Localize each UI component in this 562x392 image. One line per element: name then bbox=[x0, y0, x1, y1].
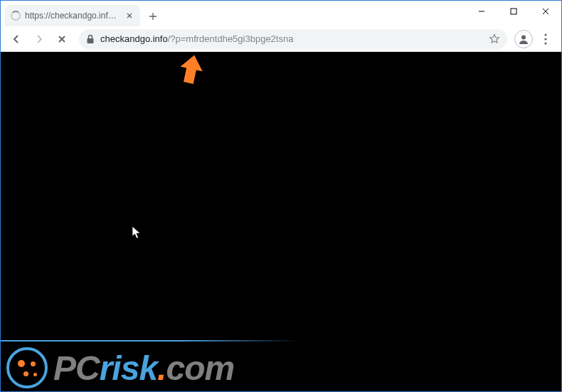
watermark-separator bbox=[1, 340, 299, 341]
svg-rect-1 bbox=[88, 38, 94, 43]
lock-icon bbox=[86, 34, 95, 44]
mouse-cursor-icon bbox=[132, 226, 142, 243]
close-tab-button[interactable] bbox=[124, 11, 134, 21]
watermark-text: PCrisk.com bbox=[53, 349, 234, 388]
watermark: PCrisk.com bbox=[6, 347, 234, 388]
close-window-button[interactable] bbox=[529, 1, 561, 22]
new-tab-button[interactable] bbox=[143, 6, 163, 26]
tab-title: https://checkandgo.info/?p=mfr bbox=[25, 11, 120, 21]
title-bar: https://checkandgo.info/?p=mfr bbox=[1, 1, 561, 26]
profile-avatar-icon[interactable] bbox=[514, 30, 533, 48]
url-path: /?p=mfrdentdhe5gi3bpge2tsna bbox=[168, 33, 294, 44]
minimize-button[interactable] bbox=[465, 1, 497, 22]
watermark-pc: PC bbox=[53, 349, 100, 388]
browser-tab[interactable]: https://checkandgo.info/?p=mfr bbox=[5, 5, 140, 26]
svg-point-5 bbox=[544, 42, 546, 44]
forward-button[interactable] bbox=[29, 29, 49, 49]
back-button[interactable] bbox=[6, 29, 26, 49]
loading-spinner-icon bbox=[11, 11, 21, 21]
watermark-dot: . bbox=[157, 349, 166, 388]
url-host: checkandgo.info bbox=[100, 33, 168, 44]
svg-rect-0 bbox=[511, 9, 516, 14]
svg-point-3 bbox=[544, 33, 546, 36]
svg-point-2 bbox=[521, 35, 526, 39]
tab-strip: https://checkandgo.info/?p=mfr bbox=[1, 1, 465, 26]
annotation-arrow-icon bbox=[177, 53, 206, 88]
svg-point-4 bbox=[544, 38, 546, 40]
maximize-button[interactable] bbox=[497, 1, 529, 22]
url-text: checkandgo.info/?p=mfrdentdhe5gi3bpge2ts… bbox=[100, 33, 483, 44]
watermark-badge-icon bbox=[6, 347, 48, 388]
toolbar: checkandgo.info/?p=mfrdentdhe5gi3bpge2ts… bbox=[1, 26, 561, 52]
browser-window: https://checkandgo.info/?p=mfr bbox=[0, 0, 562, 392]
window-controls bbox=[465, 1, 561, 22]
address-bar[interactable]: checkandgo.info/?p=mfrdentdhe5gi3bpge2ts… bbox=[79, 29, 507, 49]
watermark-risk: risk bbox=[100, 349, 157, 388]
bookmark-star-icon[interactable] bbox=[489, 33, 500, 45]
menu-button[interactable] bbox=[536, 29, 556, 49]
watermark-com: com bbox=[166, 349, 234, 388]
stop-loading-button[interactable] bbox=[52, 29, 72, 49]
page-content: PCrisk.com bbox=[1, 52, 561, 391]
